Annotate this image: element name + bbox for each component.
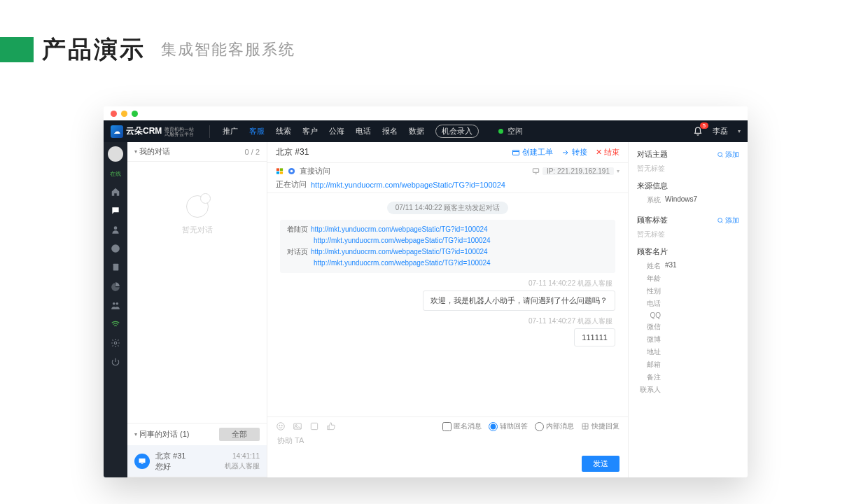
svg-rect-15: [280, 172, 283, 174]
status-text[interactable]: 空闲: [507, 126, 523, 136]
card-note-label: 备注: [637, 372, 661, 382]
attach-icon[interactable]: [309, 421, 319, 431]
group-icon[interactable]: [111, 300, 121, 310]
svg-point-7: [116, 302, 119, 304]
bell-icon[interactable]: 5: [693, 127, 703, 136]
nav-signup[interactable]: 报名: [382, 126, 398, 136]
topic-add-button[interactable]: 添加: [717, 150, 739, 160]
windows-icon: [276, 167, 284, 175]
nav-pool[interactable]: 公海: [329, 126, 344, 136]
close-dot[interactable]: [111, 111, 117, 117]
home-icon[interactable]: [111, 186, 121, 197]
peer-conv-header[interactable]: ▾ 同事的对话 (1) 全部: [127, 423, 267, 445]
brand-sub-1: 教育机构一站: [164, 127, 194, 132]
nav-promo[interactable]: 推广: [223, 126, 238, 136]
svg-rect-12: [276, 168, 279, 171]
nav-support[interactable]: 客服: [249, 126, 265, 136]
topic-empty: 暂无标签: [637, 164, 739, 174]
chatpage-label: 对话页: [287, 248, 308, 255]
brand-sub-2: 式服务云平台: [164, 132, 194, 136]
svg-rect-24: [311, 423, 317, 429]
minimize-dot[interactable]: [121, 111, 127, 117]
my-conv-count: 0 / 2: [245, 148, 260, 156]
visiting-url[interactable]: http://mkt.yunduocrm.com/webpageStatic/T…: [311, 181, 505, 189]
cloud-icon: ☁: [111, 125, 123, 138]
page-link-block: 着陆页http://mkt.yunduocrm.com/webpageStati…: [280, 220, 615, 273]
card-qq-label: QQ: [637, 312, 661, 319]
svg-point-26: [718, 152, 722, 156]
chatpage-url-1[interactable]: http://mkt.yunduocrm.com/webpageStatic/T…: [311, 248, 488, 255]
svg-point-0: [113, 209, 114, 210]
card-addr-label: 地址: [637, 347, 661, 357]
nav-phone[interactable]: 电话: [356, 126, 371, 136]
peer-all-button[interactable]: 全部: [219, 428, 260, 441]
card-title: 顾客名片: [637, 246, 668, 257]
svg-rect-11: [513, 150, 519, 155]
peer-conv-row[interactable]: 北京 #31 您好 14:41:11 机器人客服: [127, 445, 267, 477]
my-conv-title: 我的对话: [139, 146, 170, 157]
tag-add-button[interactable]: 添加: [717, 216, 739, 225]
caret-down-icon: ▾: [134, 431, 137, 438]
visiting-label: 正在访问: [276, 179, 307, 190]
quick-reply-button[interactable]: 快捷回复: [581, 421, 620, 431]
zoom-dot[interactable]: [132, 111, 138, 117]
composer-input[interactable]: 协助 TA: [276, 431, 620, 456]
src-sys-val: Windows7: [665, 195, 697, 205]
card-age-label: 年龄: [637, 274, 661, 284]
landing-url-1[interactable]: http://mkt.yunduocrm.com/webpageStatic/T…: [311, 225, 488, 233]
peer-conv-title: 同事的对话 (1): [139, 429, 190, 440]
record-button[interactable]: 机会录入: [435, 125, 479, 138]
image-icon[interactable]: [293, 421, 302, 431]
svg-rect-5: [113, 264, 118, 271]
chatpage-url-2[interactable]: http://mkt.yunduocrm.com/webpageStatic/T…: [314, 259, 491, 267]
card-email-label: 邮箱: [637, 360, 661, 370]
pie-icon[interactable]: [111, 281, 121, 291]
notification-badge: 5: [700, 122, 708, 129]
conversation-list: ▾ 我的对话 0 / 2 暂无对话 ▾ 同事的对话 (1) 全部 北京 #31 …: [127, 142, 267, 477]
nav-leads[interactable]: 线索: [276, 126, 291, 136]
end-button[interactable]: ✕ 结束: [596, 147, 620, 158]
timestamp-1: 07-11 14:40:22 机器人客服: [280, 279, 612, 288]
svg-point-27: [718, 218, 722, 222]
landing-label: 着陆页: [287, 225, 308, 233]
landing-url-2[interactable]: http://mkt.yunduocrm.com/webpageStatic/T…: [314, 237, 491, 244]
user-name[interactable]: 李磊: [713, 126, 728, 136]
gear-icon[interactable]: [111, 337, 121, 348]
svg-rect-14: [276, 172, 279, 174]
opt-internal[interactable]: 内部消息: [535, 421, 574, 431]
svg-point-17: [290, 170, 293, 173]
check-circle-icon[interactable]: [111, 243, 121, 253]
right-panel: 对话主题 添加 暂无标签 来源信息 系统 Windows7 顾客标签 添加 暂无…: [629, 142, 748, 477]
slide-subtitle: 集成智能客服系统: [161, 39, 295, 60]
transfer-button[interactable]: 转接: [561, 147, 587, 158]
person-icon[interactable]: [111, 224, 121, 234]
card-wechat-label: 微信: [637, 322, 661, 332]
thumbs-up-icon[interactable]: [326, 421, 336, 431]
doc-icon[interactable]: [111, 262, 121, 272]
svg-point-4: [111, 244, 120, 253]
card-phone-label: 电话: [637, 299, 661, 309]
chevron-down-icon[interactable]: ▾: [617, 168, 620, 174]
opt-assist[interactable]: 辅助回答: [489, 421, 528, 431]
svg-point-8: [114, 342, 117, 344]
send-button[interactable]: 发送: [582, 456, 620, 472]
emoji-icon[interactable]: [276, 421, 286, 431]
nav-data[interactable]: 数据: [409, 126, 424, 136]
wifi-icon[interactable]: [111, 318, 121, 329]
create-ticket-button[interactable]: 创建工单: [512, 147, 553, 158]
svg-point-1: [115, 209, 115, 210]
window-traffic-lights: [104, 106, 748, 120]
opt-anon[interactable]: 匿名消息: [442, 421, 482, 431]
power-icon[interactable]: [111, 356, 121, 367]
agent-avatar[interactable]: [108, 146, 123, 162]
user-caret-icon[interactable]: ▾: [738, 128, 741, 134]
nav-customers[interactable]: 客户: [302, 126, 318, 136]
empty-chat-icon: [186, 195, 209, 218]
chat-icon[interactable]: [111, 205, 121, 216]
composer: 匿名消息 辅助回答 内部消息 快捷回复 协助 TA 发送: [267, 416, 628, 477]
my-conv-header[interactable]: ▾ 我的对话 0 / 2: [127, 142, 267, 162]
brand-logo[interactable]: ☁ 云朵CRM 教育机构一站 式服务云平台: [111, 125, 210, 138]
slide-title: 产品演示: [42, 34, 146, 66]
peer-name: 北京 #31: [155, 451, 219, 461]
peer-time: 14:41:11: [225, 451, 260, 461]
